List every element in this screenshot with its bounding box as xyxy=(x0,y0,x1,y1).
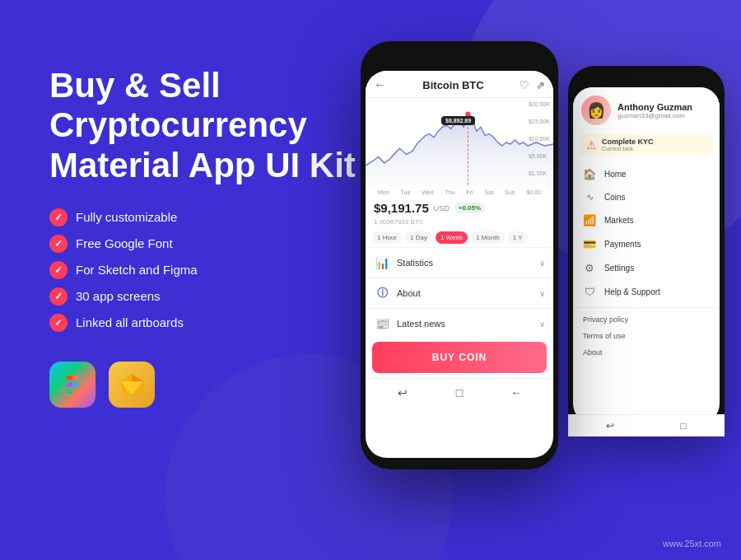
user-name: Anthony Guzman xyxy=(618,102,692,112)
menu-home[interactable]: 🏠 Home xyxy=(573,162,720,186)
x-sat: Sat xyxy=(485,189,494,195)
menu-payments[interactable]: 💳 Payments xyxy=(573,232,720,256)
phone-nav: ↩ □ ← xyxy=(366,378,553,405)
accordion-news[interactable]: 📰 Latest news ∨ xyxy=(366,308,553,338)
terms-link[interactable]: Terms of use xyxy=(573,328,720,344)
tab-1week[interactable]: 1 Week xyxy=(436,231,468,244)
feature-item-1: ✓Free Google Font xyxy=(49,235,362,253)
x-fri: Fri xyxy=(467,189,473,195)
avatar: 👩 xyxy=(581,96,611,125)
sketch-icon-box xyxy=(109,362,155,408)
sec-nav-back[interactable]: ↩ xyxy=(606,420,614,423)
tool-icons xyxy=(49,362,362,408)
news-arrow: ∨ xyxy=(539,320,545,329)
x-thu: Thu xyxy=(445,189,455,195)
feature-label-4: Linked all artboards xyxy=(76,315,184,329)
x-sun: Sun xyxy=(505,189,515,195)
y-label-2: $15.00K xyxy=(529,119,550,124)
back-button[interactable]: ← xyxy=(374,77,387,92)
x-mon: Mon xyxy=(378,189,389,195)
statistics-label: Statistics xyxy=(397,258,433,268)
price-change: +0.05% xyxy=(454,203,485,213)
phone-notch xyxy=(426,51,492,68)
phone-main: ← Bitcoin BTC ♡ ⇗ $20.00K $15.00K $10.00… xyxy=(361,41,558,469)
menu-settings[interactable]: ⚙ Settings xyxy=(573,256,720,280)
check-icon-4: ✓ xyxy=(49,314,68,332)
payments-label: Payments xyxy=(604,240,641,249)
help-label: Help & Support xyxy=(604,287,660,296)
header-icons: ♡ ⇗ xyxy=(520,79,545,91)
kyc-subtitle: Current task xyxy=(602,146,654,152)
feature-label-1: Free Google Font xyxy=(76,236,173,250)
about-link[interactable]: About xyxy=(573,344,720,361)
home-label: Home xyxy=(604,170,627,179)
kyc-info: Complete KYC Current task xyxy=(602,138,654,152)
menu-markets[interactable]: 📶 Markets xyxy=(573,208,720,232)
user-info: Anthony Guzman guzman33@gmail.com xyxy=(618,102,692,119)
share-icon[interactable]: ⇗ xyxy=(536,79,545,91)
chart-svg xyxy=(366,101,553,187)
price-btc: 1.00067933 BTC xyxy=(366,218,553,229)
kyc-banner[interactable]: ⚠ Complete KYC Current task xyxy=(580,133,713,156)
help-icon: 🛡 xyxy=(583,286,596,298)
statistics-icon: 📊 xyxy=(374,254,390,271)
chart-area: $20.00K $15.00K $10.00K $5.00K $1.00K xyxy=(366,98,553,189)
statistics-arrow: ∨ xyxy=(539,259,545,268)
app-title: Bitcoin BTC xyxy=(422,79,483,91)
x-wed: Wed xyxy=(422,189,433,195)
kyc-warning-icon: ⚠ xyxy=(586,138,597,152)
feature-item-4: ✓Linked all artboards xyxy=(49,314,362,332)
secondary-phone-nav: ↩ □ xyxy=(573,414,720,423)
privacy-link[interactable]: Privacy policy xyxy=(573,311,720,328)
heart-icon[interactable]: ♡ xyxy=(520,79,529,91)
chart-tooltip: $8,892.89 xyxy=(441,116,475,125)
markets-icon: 📶 xyxy=(583,214,596,226)
tab-1year[interactable]: 1 Y xyxy=(508,231,528,244)
watermark: www.25xt.com xyxy=(663,539,721,548)
nav-back[interactable]: ↩ xyxy=(394,384,412,402)
menu-coins[interactable]: ∿ Coins xyxy=(573,186,720,208)
y-label-5: $1.00K xyxy=(529,170,550,176)
tab-1month[interactable]: 1 Month xyxy=(471,231,505,244)
chart-y-labels: $20.00K $15.00K $10.00K $5.00K $1.00K xyxy=(529,101,550,176)
x-zero: $0.00 xyxy=(526,189,541,195)
price-unit: USD xyxy=(434,204,450,212)
tab-1day[interactable]: 1 Day xyxy=(405,231,432,244)
news-icon: 📰 xyxy=(374,315,390,332)
accordion-statistics[interactable]: 📊 Statistics ∨ xyxy=(366,247,553,278)
phone-screen: ← Bitcoin BTC ♡ ⇗ $20.00K $15.00K $10.00… xyxy=(366,71,553,458)
feature-label-0: Fully customizable xyxy=(76,210,177,224)
sec-nav-home[interactable]: □ xyxy=(681,420,687,423)
app-header: ← Bitcoin BTC ♡ ⇗ xyxy=(366,71,553,98)
check-icon-1: ✓ xyxy=(49,235,68,253)
settings-label: Settings xyxy=(604,264,634,273)
y-label-1: $20.00K xyxy=(529,101,550,107)
coins-label: Coins xyxy=(604,193,626,202)
buy-coin-button[interactable]: BUY COIN xyxy=(372,342,547,373)
home-icon: 🏠 xyxy=(583,168,596,180)
main-title: Buy & Sell Cryptocurrency Material App U… xyxy=(49,66,362,185)
settings-icon: ⚙ xyxy=(583,262,596,274)
check-icon-3: ✓ xyxy=(49,287,68,306)
user-email: guzman33@gmail.com xyxy=(618,112,692,119)
kyc-title: Complete KYC xyxy=(602,138,654,146)
coins-icon: ∿ xyxy=(583,192,596,203)
nav-home[interactable]: □ xyxy=(450,384,468,402)
feature-item-0: ✓Fully customizable xyxy=(49,208,362,226)
tab-1hour[interactable]: 1 Hour xyxy=(372,231,402,244)
markets-label: Markets xyxy=(604,216,634,225)
phone-screen-secondary: 👩 Anthony Guzman guzman33@gmail.com ⚠ Co… xyxy=(573,87,720,423)
phones-container: ← Bitcoin BTC ♡ ⇗ $20.00K $15.00K $10.00… xyxy=(361,41,725,469)
price-section: $9,191.75 USD +0.05% xyxy=(366,196,553,218)
price-amount: $9,191.75 xyxy=(374,201,429,215)
features-list: ✓Fully customizable✓Free Google Font✓For… xyxy=(49,208,362,332)
check-icon-0: ✓ xyxy=(49,208,68,226)
nav-menu: 🏠 Home ∿ Coins 📶 Markets 💳 Payments ⚙ xyxy=(573,159,720,364)
about-arrow: ∨ xyxy=(539,289,545,298)
nav-recent[interactable]: ← xyxy=(507,384,525,402)
user-top: 👩 Anthony Guzman guzman33@gmail.com xyxy=(573,87,720,130)
menu-help[interactable]: 🛡 Help & Support xyxy=(573,280,720,304)
left-panel: Buy & Sell Cryptocurrency Material App U… xyxy=(49,66,362,408)
accordion-about[interactable]: ⓘ About ∨ xyxy=(366,278,553,308)
about-label: About xyxy=(397,288,421,298)
